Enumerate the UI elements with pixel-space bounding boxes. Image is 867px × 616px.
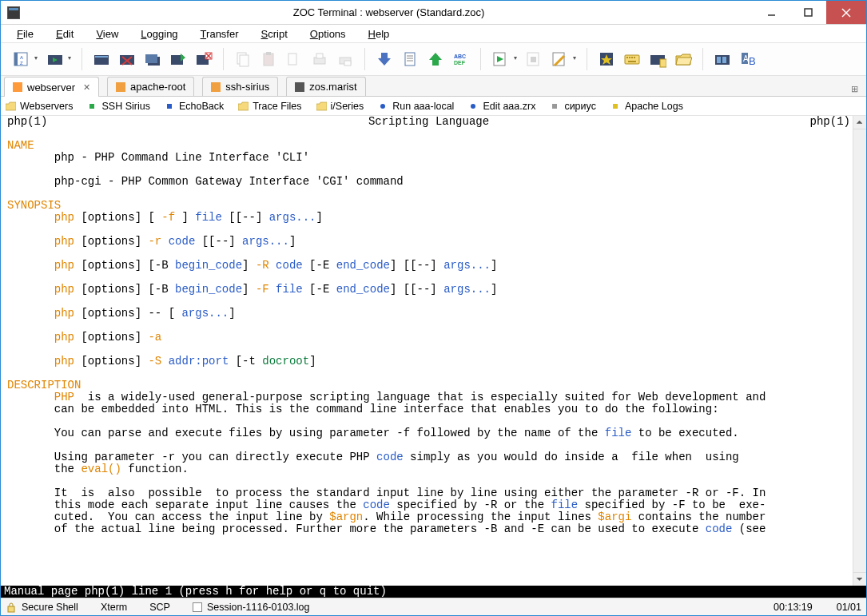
svg-rect-63: [13, 82, 22, 92]
scroll-down-icon[interactable]: ⏷: [853, 572, 866, 586]
svg-text:A: A: [743, 54, 749, 63]
new-session-button[interactable]: [141, 47, 165, 71]
tab-label: zos.marist: [309, 81, 356, 93]
bookmark-label: сириус: [564, 101, 596, 112]
connect-button[interactable]: [89, 47, 113, 71]
bookmark-webservers[interactable]: Webservers: [6, 101, 73, 112]
bookmark-label: Webservers: [20, 101, 73, 112]
minimize-button[interactable]: [753, 1, 789, 24]
menubar: File Edit View Logging Transfer Script O…: [1, 25, 866, 42]
bookmark-label: Apache Logs: [625, 101, 683, 112]
svg-rect-54: [628, 61, 636, 62]
disconnect-button[interactable]: [115, 47, 139, 71]
menu-view[interactable]: View: [85, 26, 129, 42]
tab-overflow-icon[interactable]: ⊞: [846, 82, 863, 96]
download-button[interactable]: [372, 47, 396, 71]
open-folder-button[interactable]: [671, 47, 695, 71]
svg-rect-73: [8, 606, 14, 612]
abc-def-button[interactable]: ABCDEF: [449, 47, 473, 71]
bookmark-ssh-sirius[interactable]: SSH Sirius: [87, 101, 149, 112]
window-buttons: [753, 1, 866, 24]
tab-webserver[interactable]: webserver ✕: [4, 77, 99, 97]
font-button[interactable]: AB: [736, 47, 760, 71]
status-connection-label: Secure Shell: [22, 602, 78, 613]
dot-icon: [550, 101, 560, 111]
bookmark-label: Trace Files: [253, 101, 301, 112]
status-logfile[interactable]: Session-1116-0103.log: [193, 602, 310, 613]
menu-edit[interactable]: Edit: [45, 26, 85, 42]
dot-icon: [378, 101, 388, 111]
tab-zos-marist[interactable]: zos.marist: [286, 77, 365, 96]
close-session-button[interactable]: [192, 47, 216, 71]
menu-logging[interactable]: Logging: [129, 26, 189, 42]
tab-icon: [295, 82, 304, 92]
svg-rect-31: [344, 61, 351, 66]
status-bar: Secure Shell Xterm SCP Session-1116-0103…: [1, 598, 866, 615]
svg-marker-38: [429, 53, 442, 66]
options-button[interactable]: [710, 47, 734, 71]
menu-file[interactable]: File: [6, 26, 45, 42]
status-logfile-label: Session-1116-0103.log: [207, 602, 310, 613]
svg-rect-68: [167, 104, 172, 109]
close-button[interactable]: [826, 1, 866, 24]
upload-button[interactable]: [424, 47, 447, 71]
svg-rect-44: [531, 57, 536, 62]
lock-icon: [6, 602, 17, 613]
bookmark-label: Run aaa-local: [392, 101, 454, 112]
bookmark-edit-aaa[interactable]: Edit aaa.zrx: [468, 101, 535, 112]
svg-rect-29: [316, 54, 323, 58]
bookmark-sirius-cyr[interactable]: сириус: [550, 101, 596, 112]
svg-rect-34: [405, 53, 415, 66]
bookmark-apache-logs[interactable]: Apache Logs: [610, 101, 683, 112]
man-header-left: php(1): [7, 116, 47, 128]
dot-icon: [610, 101, 621, 111]
bookmark-iseries[interactable]: i/Series: [316, 101, 364, 112]
toolbar: AZ ABCDEF AB: [1, 42, 866, 76]
menu-help[interactable]: Help: [357, 26, 401, 42]
svg-rect-50: [626, 57, 628, 58]
folder-icon: [6, 101, 16, 111]
quick-connect-button[interactable]: [42, 47, 74, 71]
clipboard-button[interactable]: [282, 47, 306, 71]
tab-bar: webserver ✕ apache-root ssh-sirius zos.m…: [1, 76, 866, 97]
tab-close-icon[interactable]: ✕: [83, 82, 90, 93]
print-preview-button[interactable]: [333, 47, 357, 71]
menu-transfer[interactable]: Transfer: [189, 26, 250, 42]
log-checkbox[interactable]: [193, 602, 202, 612]
session-profile-button[interactable]: [595, 47, 618, 71]
man-header: php(1) Scripting Language php(1): [7, 116, 863, 128]
keyboard-map-button[interactable]: [620, 47, 644, 71]
status-emulation: Xterm: [101, 602, 127, 613]
svg-rect-51: [629, 57, 630, 58]
maximize-button[interactable]: [789, 1, 826, 24]
bookmark-run-aaa[interactable]: Run aaa-local: [378, 101, 454, 112]
svg-point-69: [380, 104, 385, 109]
bookmark-label: EchoBack: [179, 101, 224, 112]
terminal-view[interactable]: php(1) Scripting Language php(1) NAME ph…: [1, 116, 866, 598]
scrollbar[interactable]: ⏶ ⏷: [853, 116, 866, 586]
menu-script[interactable]: Script: [250, 26, 299, 42]
bookmark-label: Edit aaa.zrx: [483, 101, 535, 112]
run-script-button[interactable]: [488, 47, 520, 71]
svg-rect-1: [805, 9, 812, 16]
reconnect-button[interactable]: [166, 47, 190, 71]
svg-point-70: [471, 104, 475, 109]
print-button[interactable]: [308, 47, 332, 71]
status-protocol: SCP: [149, 602, 170, 613]
stop-script-button[interactable]: [522, 47, 546, 71]
paste-button[interactable]: [257, 47, 280, 71]
tab-apache-root[interactable]: apache-root: [107, 77, 194, 96]
edit-script-button[interactable]: [547, 47, 579, 71]
text-transfer-button[interactable]: [398, 47, 422, 71]
host-directory-button[interactable]: [646, 47, 670, 71]
scroll-up-icon[interactable]: ⏶: [853, 116, 866, 129]
hostdir-button[interactable]: AZ: [9, 47, 41, 71]
tab-ssh-sirius[interactable]: ssh-sirius: [202, 77, 278, 96]
tab-label: apache-root: [130, 81, 185, 93]
svg-rect-16: [145, 54, 157, 63]
copy-button[interactable]: [231, 47, 255, 71]
svg-rect-56: [660, 59, 666, 67]
bookmark-trace-files[interactable]: Trace Files: [238, 101, 301, 112]
menu-options[interactable]: Options: [299, 26, 357, 42]
bookmark-echoback[interactable]: EchoBack: [165, 101, 224, 112]
